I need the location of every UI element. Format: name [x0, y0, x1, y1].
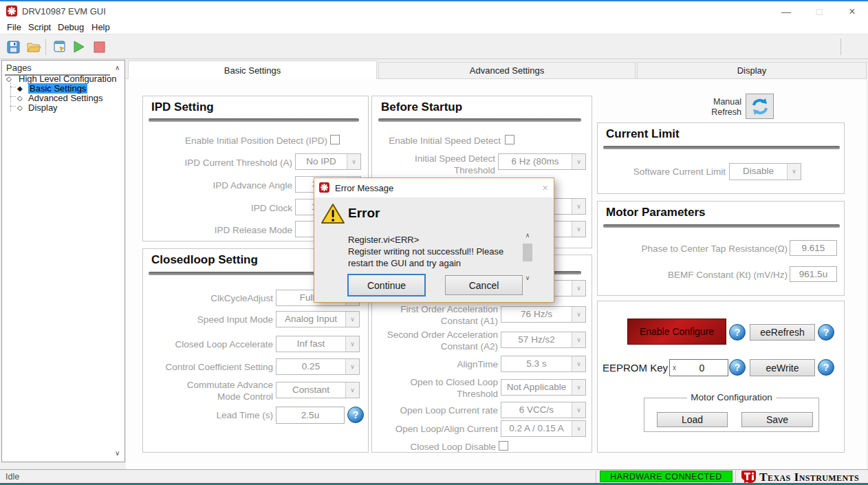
cancel-button[interactable]: Cancel — [445, 275, 523, 295]
ipd-enable-checkbox[interactable] — [330, 135, 340, 144]
panel-title: Current Limit — [606, 127, 680, 141]
ti-logo-icon — [740, 470, 757, 484]
closed-loop-disable-checkbox[interactable] — [499, 441, 508, 451]
tree-open-icon[interactable]: ◇ — [6, 75, 12, 83]
lead-time-label: Lead Time (s) — [149, 409, 273, 421]
software-current-limit-dropdown[interactable]: Disable ∨ — [729, 163, 801, 180]
ti-brand-text: Texas Instruments — [759, 470, 859, 484]
eerefresh-button[interactable]: eeRefresh — [750, 324, 815, 341]
row-label: Open Loop Current rate — [378, 405, 498, 416]
accel-a2-dropdown[interactable]: 57 Hz/s2 ∨ — [501, 332, 586, 348]
menu-help[interactable]: Help — [89, 22, 113, 32]
lead-time-input[interactable]: 2.5u — [276, 407, 345, 424]
sidebar-item-root[interactable]: High Level Configuration — [19, 74, 116, 84]
sidebar-item-display[interactable]: Display — [28, 103, 58, 113]
toolbar-separator — [840, 39, 841, 55]
speed-input-mode-dropdown[interactable]: Analog Input ∨ — [276, 311, 360, 327]
tree-selected-icon[interactable]: ◆ — [17, 85, 23, 92]
button-label: Load — [682, 414, 703, 425]
sidebar-item-basic-settings[interactable]: Basic Settings — [28, 83, 87, 94]
menu-script[interactable]: Script — [25, 22, 54, 32]
row-label: IPD Clock — [149, 202, 292, 214]
script-window-icon — [54, 41, 67, 54]
chevron-down-icon: ∨ — [572, 421, 585, 436]
title-rule — [149, 118, 359, 122]
scrollbar-thumb[interactable] — [523, 244, 532, 261]
dropdown-value: 6 Hz (80ms — [499, 154, 572, 169]
scroll-up-icon[interactable]: ∧ — [521, 232, 534, 241]
help-icon[interactable]: ? — [818, 359, 834, 376]
title-rule — [603, 224, 840, 228]
help-icon[interactable]: ? — [729, 359, 746, 376]
help-icon[interactable]: ? — [347, 407, 364, 423]
tree-line — [10, 106, 16, 107]
help-icon[interactable]: ? — [818, 324, 834, 341]
chevron-down-icon: ∨ — [572, 281, 585, 296]
tree-open-icon[interactable]: ◇ — [17, 94, 23, 102]
menu-debug[interactable]: Debug — [55, 22, 87, 32]
dropdown-value: Not Applicable — [501, 380, 572, 395]
panel-eeprom: Enable Configure ? eeRefresh ? EEPROM Ke… — [597, 301, 845, 453]
eewrite-button[interactable]: eeWrite — [750, 359, 815, 376]
badge-label: HARDWARE CONNECTED — [610, 472, 721, 482]
save-button[interactable]: Save — [741, 412, 813, 427]
enable-configure-button[interactable]: Enable Configure — [627, 319, 726, 345]
closed-loop-accelerate-dropdown[interactable]: Inf fast ∨ — [276, 336, 360, 352]
chevron-down-icon: ∨ — [345, 382, 359, 398]
run-script-button[interactable] — [51, 38, 69, 56]
play-button[interactable] — [70, 38, 88, 56]
dialog-scrollbar[interactable]: ∧ ∨ — [521, 232, 534, 284]
minimize-icon[interactable]: — — [776, 6, 796, 18]
load-button[interactable]: Load — [657, 412, 728, 427]
ipd-current-threshold-dropdown[interactable]: No IPD ∨ — [295, 153, 361, 170]
control-coefficient-dropdown[interactable]: 0.25 ∨ — [276, 358, 360, 375]
maximize-icon[interactable]: □ — [809, 6, 829, 18]
panel-title: Closedloop Setting — [151, 253, 258, 267]
panel-title: Motor Parameters — [606, 206, 706, 219]
chevron-down-icon: ∨ — [345, 312, 359, 327]
scroll-up-icon[interactable]: ∧ — [115, 64, 120, 72]
dropdown-value: 0.25 — [276, 359, 345, 374]
row-label: Commutate Advance Mode Control — [149, 379, 273, 402]
accel-a1-dropdown[interactable]: 76 Hz/s ∨ — [501, 306, 586, 323]
commutate-advance-dropdown[interactable]: Constant ∨ — [276, 382, 360, 398]
chevron-down-icon: ∨ — [347, 154, 360, 169]
panel-current-limit: Current Limit Software Current Limit Dis… — [597, 122, 845, 194]
tab-basic-settings[interactable]: Basic Settings — [128, 61, 377, 79]
tab-display[interactable]: Display — [637, 62, 867, 79]
open-button[interactable] — [25, 38, 43, 56]
open-loop-current-rate-dropdown[interactable]: 6 VCC/s ∨ — [501, 402, 586, 418]
eeprom-key-input[interactable]: x 0 — [669, 359, 728, 376]
manual-refresh-button[interactable] — [746, 94, 774, 119]
stop-button[interactable] — [90, 38, 108, 56]
refresh-icon — [750, 98, 770, 116]
save-button[interactable] — [4, 38, 22, 56]
aligntime-dropdown[interactable]: 5.3 s ∨ — [501, 356, 586, 372]
speed-detect-threshold-dropdown[interactable]: 6 Hz (80ms ∨ — [498, 153, 586, 170]
scroll-down-icon[interactable]: ∨ — [115, 449, 120, 457]
help-icon[interactable]: ? — [729, 324, 746, 341]
open-loop-align-current-dropdown[interactable]: 0.2 A / 0.15 A ∨ — [501, 420, 586, 437]
dropdown-value: Constant — [276, 382, 345, 398]
eeprom-key-label: EEPROM Key — [600, 362, 668, 374]
dropdown-value: 6 VCC/s — [501, 402, 572, 418]
dropdown-value: Disable — [730, 164, 787, 180]
button-label: Cancel — [469, 280, 499, 291]
motor-configuration-group: Motor Configuration Load Save — [644, 398, 819, 432]
continue-button[interactable]: Continue — [347, 274, 426, 297]
open-to-closed-threshold-dropdown[interactable]: Not Applicable ∨ — [501, 379, 586, 396]
row-label: Control Coefficient Setting — [149, 361, 273, 373]
row-label: Closed Loop Accelerate — [149, 338, 273, 350]
sidebar-item-advanced-settings[interactable]: Advanced Settings — [28, 93, 102, 103]
chevron-down-icon: ∨ — [572, 222, 585, 237]
close-icon[interactable]: × — [842, 6, 862, 18]
dialog-title-bar[interactable]: Error Message × — [314, 178, 554, 197]
tab-advanced-settings[interactable]: Advanced Settings — [378, 62, 636, 79]
scroll-down-icon[interactable]: ∨ — [521, 274, 534, 284]
speed-detect-enable-checkbox[interactable] — [505, 135, 514, 144]
pages-sidebar: Pages ∧ ∨ ◇ High Level Configuration ◆ B… — [1, 60, 125, 462]
close-icon[interactable]: × — [542, 182, 548, 193]
tree-open-icon[interactable]: ◇ — [17, 104, 23, 111]
menu-file[interactable]: File — [4, 22, 24, 32]
dropdown-value: No IPD — [296, 154, 347, 169]
